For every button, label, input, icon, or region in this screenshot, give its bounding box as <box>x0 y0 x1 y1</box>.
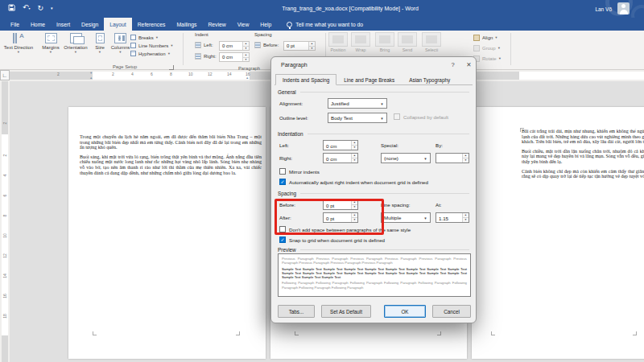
cancel-button[interactable]: Cancel <box>432 305 471 318</box>
tab-insert[interactable]: Insert <box>51 18 76 31</box>
indent-right-icon <box>195 53 201 60</box>
page-text[interactable]: Trong một chuyến du lịch hè năm ngoái, e… <box>80 134 262 179</box>
preview-following-text: Following Paragraph Following Paragraph … <box>282 281 467 290</box>
indent-left-icon <box>195 42 201 48</box>
group-button[interactable]: Group ▾ <box>473 45 500 51</box>
set-as-default-button[interactable]: Set As Default <box>321 305 371 318</box>
collapsed-by-default-checkbox[interactable]: Collapsed by default <box>394 113 448 120</box>
right-indent-marker[interactable]: ▴ <box>246 76 248 80</box>
checkbox-checked-icon: ✓ <box>279 179 286 185</box>
bring-forward-icon[interactable] <box>375 32 394 47</box>
dialog-title: Paragraph <box>281 62 308 68</box>
tab-indents-and-spacing[interactable]: Indents and Spacing <box>275 74 336 85</box>
indent-right-input[interactable]: 0 cm ▴▾ <box>323 153 358 163</box>
alignment-dropdown[interactable]: Justified ▾ <box>328 98 387 109</box>
tabs-button[interactable]: Tabs... <box>278 305 315 318</box>
indentation-section-label: Indentation <box>278 131 469 137</box>
mirror-indents-checkbox[interactable]: Mirror indents <box>279 168 320 175</box>
checkbox-checked-icon: ✓ <box>279 237 286 243</box>
line-spacing-dropdown[interactable]: Multiple ▾ <box>381 212 431 223</box>
outline-level-dropdown[interactable]: Body Text ▾ <box>328 113 387 123</box>
at-input[interactable]: 1.15 ▴▾ <box>436 212 469 223</box>
ok-button[interactable]: OK <box>384 305 426 318</box>
group-icon <box>473 45 480 51</box>
send-backward-icon[interactable] <box>398 32 417 47</box>
breaks-button[interactable]: Breaks ▾ <box>130 34 158 41</box>
text-boundary-mark <box>633 331 637 335</box>
indent-left-input[interactable]: 0 cm ▴▾ <box>323 140 358 150</box>
align-button[interactable]: Align ▾ <box>473 35 497 41</box>
ruler-number: 4 <box>131 72 134 76</box>
help-icon[interactable]: ? <box>447 60 459 70</box>
tab-view[interactable]: View <box>232 18 255 31</box>
indent-label: Indent <box>195 32 208 37</box>
tab-help[interactable]: Help <box>254 18 277 31</box>
columns-button[interactable]: Columns ▾ <box>110 32 130 68</box>
paragraph[interactable]: Buổi sáng, khi mặt trời vừa ló rạng, biể… <box>80 154 262 175</box>
spinner-arrows[interactable]: ▴▾ <box>462 213 469 222</box>
general-section-label: General <box>278 89 469 95</box>
paragraph[interactable]: Cảnh biển không chỉ đẹp mà còn khiến em … <box>522 169 644 179</box>
left-indent-marker[interactable]: ▴ <box>90 76 92 80</box>
auto-adjust-right-indent-checkbox[interactable]: ✓ Automatically adjust right indent when… <box>279 179 428 185</box>
indent-right-input[interactable]: 0 cm ▴▾ <box>219 52 250 62</box>
spinner-arrows[interactable]: ▴▾ <box>242 53 249 61</box>
send-backward-label: Send <box>397 47 418 52</box>
ruler-number: 4 <box>2 171 7 179</box>
indent-left-input[interactable]: 0 cm ▴▾ <box>219 41 250 51</box>
tab-layout[interactable]: Layout <box>104 18 131 31</box>
tab-file[interactable]: File <box>5 18 25 31</box>
avatar[interactable] <box>617 2 630 14</box>
spinner-arrows[interactable]: ▴▾ <box>242 42 249 50</box>
page-setup-group-label: Page Setup <box>113 64 137 69</box>
tab-home[interactable]: Home <box>25 18 51 31</box>
window-title: Trang_trang_de_xoa.docx [Compatibility M… <box>0 6 644 11</box>
tab-review[interactable]: Review <box>202 18 231 31</box>
tab-line-and-page-breaks[interactable]: Line and Page Breaks <box>336 74 402 85</box>
paragraph[interactable]: Bãi cát trắng trải dài, mịn như nhung, k… <box>522 129 644 145</box>
text-boundary-mark <box>295 331 299 335</box>
breaks-icon <box>130 35 136 40</box>
orientation-button[interactable]: Orientation ▾ <box>61 32 90 68</box>
text-boundary-mark <box>93 331 97 335</box>
ribbon-tab-bar: File Home Insert Design Layout Reference… <box>0 18 644 31</box>
document-page-3[interactable]: Bãi cát trắng trải dài, mịn như nhung, k… <box>472 107 644 359</box>
chevron-down-icon: ▾ <box>421 156 430 161</box>
close-icon[interactable]: ✕ <box>463 60 475 70</box>
paragraph[interactable]: Buổi chiều, mặt trời dần lặn xuống chân … <box>522 149 644 165</box>
hyphenation-button[interactable]: Hyphenation ▾ <box>130 50 170 57</box>
wrap-text-icon[interactable] <box>351 32 370 47</box>
first-line-indent-marker[interactable]: ▾ <box>90 72 92 75</box>
checkbox-unchecked-icon <box>279 168 286 175</box>
chevron-down-icon: ▾ <box>378 116 386 121</box>
line-numbers-button[interactable]: Line Numbers ▾ <box>130 42 173 49</box>
ruler-number: 2 <box>2 151 7 159</box>
spinner-arrows[interactable]: ▴▾ <box>462 154 469 162</box>
size-button[interactable]: Size ▾ <box>90 32 109 68</box>
tab-selector[interactable]: ∟ <box>0 70 10 80</box>
paragraph-group-label: Paragraph <box>238 66 260 71</box>
spinner-arrows[interactable]: ▴▾ <box>351 154 357 162</box>
tab-references[interactable]: References <box>132 18 171 31</box>
page-setup-dialog-launcher[interactable] <box>169 65 174 70</box>
page-text[interactable]: Bãi cát trắng trải dài, mịn như nhung, k… <box>522 129 644 183</box>
rotate-button[interactable]: Rotate ▾ <box>473 56 501 62</box>
spacing-before-input[interactable]: 0 pt ▴▾ <box>283 41 316 51</box>
text-direction-button[interactable]: Text Direction ▾ <box>2 32 35 68</box>
tab-mailings[interactable]: Mailings <box>171 18 202 31</box>
tab-design[interactable]: Design <box>76 18 104 31</box>
tell-me-box[interactable]: Tell me what you want to do <box>287 18 363 31</box>
position-icon[interactable] <box>328 32 348 47</box>
line-spacing-label: Line spacing: <box>381 202 410 208</box>
spinner-arrows[interactable]: ▴▾ <box>351 141 357 150</box>
selection-pane-icon[interactable] <box>422 32 441 47</box>
indent-left-label: Left: <box>204 43 213 47</box>
spinner-arrows[interactable]: ▴▾ <box>308 42 315 50</box>
tab-asian-typography[interactable]: Asian Typography <box>402 74 457 85</box>
special-dropdown[interactable]: (none) ▾ <box>381 153 431 163</box>
margins-button[interactable]: Margins ▾ <box>37 32 64 68</box>
paragraph[interactable]: Trong một chuyến du lịch hè năm ngoái, e… <box>80 134 262 150</box>
snap-to-grid-checkbox[interactable]: ✓ Snap to grid when document grid is def… <box>279 237 385 243</box>
by-input[interactable]: ▴▾ <box>436 153 469 163</box>
document-page-1[interactable]: Trong một chuyến du lịch hè năm ngoái, e… <box>68 107 266 359</box>
